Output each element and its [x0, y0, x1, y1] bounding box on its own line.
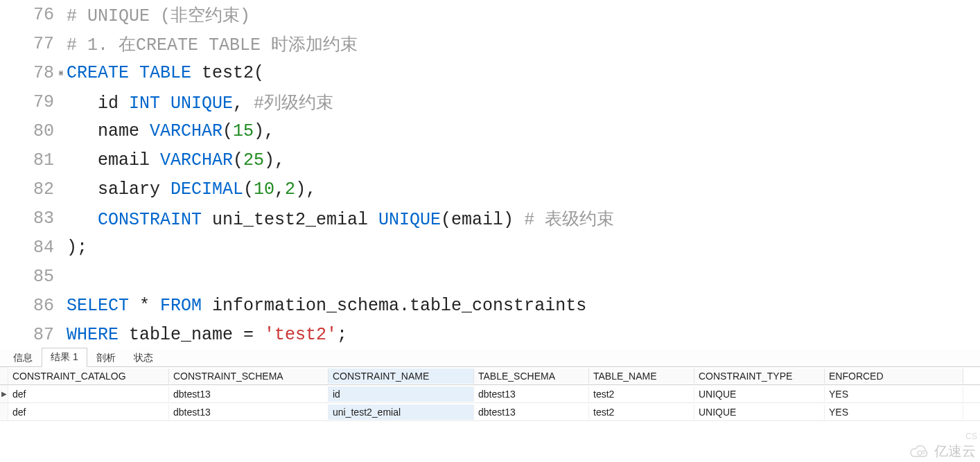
svg-point-0	[918, 451, 922, 455]
cell[interactable]: UNIQUE	[694, 405, 825, 420]
column-header[interactable]: CONSTRAINT_SCHEMA	[169, 368, 329, 384]
row-marker	[0, 403, 8, 420]
line-number: 78	[0, 63, 57, 83]
column-header[interactable]: TABLE_NAME	[589, 368, 694, 384]
table-row[interactable]: ▶defdbtest13iddbtest13test2UNIQUEYES	[0, 385, 980, 403]
cell[interactable]: test2	[589, 387, 694, 402]
code-line[interactable]: 80 name VARCHAR(15),	[0, 116, 980, 145]
cell[interactable]: YES	[825, 387, 963, 402]
code-content[interactable]: CREATE TABLE test2(	[65, 63, 264, 83]
cell[interactable]: uni_test2_emial	[329, 405, 474, 420]
line-number: 83	[0, 208, 57, 229]
cell[interactable]: def	[8, 405, 169, 420]
line-number: 76	[0, 5, 57, 25]
code-line[interactable]: 85	[0, 262, 980, 291]
sql-editor[interactable]: 76# UNIQUE (非空约束)77# 1. 在CREATE TABLE 时添…	[0, 0, 980, 349]
row-marker-header	[0, 367, 8, 384]
code-line[interactable]: 83 CONSTRAINT uni_test2_emial UNIQUE(ema…	[0, 204, 980, 233]
svg-point-1	[922, 451, 925, 454]
code-content[interactable]: SELECT * FROM information_schema.table_c…	[65, 296, 586, 316]
result-grid[interactable]: CONSTRAINT_CATALOGCONSTRAINT_SCHEMACONST…	[0, 367, 980, 421]
code-content[interactable]: # 1. 在CREATE TABLE 时添加约束	[65, 33, 358, 55]
column-header[interactable]: CONSTRAINT_NAME	[329, 368, 474, 384]
cell[interactable]: UNIQUE	[694, 387, 825, 402]
code-line[interactable]: 76# UNIQUE (非空约束)	[0, 0, 980, 29]
cloud-icon	[909, 444, 930, 459]
result-tabs: 信息结果 1剖析状态	[0, 349, 980, 367]
code-content[interactable]: salary DECIMAL(10,2),	[65, 179, 316, 199]
corner-mark: CS	[965, 432, 977, 441]
cell[interactable]: dbtest13	[474, 387, 589, 402]
code-content[interactable]: id INT UNIQUE, #列级约束	[65, 91, 333, 114]
line-number: 86	[0, 296, 57, 316]
code-content[interactable]: CONSTRAINT uni_test2_emial UNIQUE(email)…	[65, 207, 614, 230]
tab-3[interactable]: 状态	[125, 348, 162, 367]
row-marker: ▶	[0, 385, 8, 402]
fold-marker[interactable]: ▣	[57, 69, 65, 77]
line-number: 87	[0, 325, 57, 345]
code-line[interactable]: 77# 1. 在CREATE TABLE 时添加约束	[0, 29, 980, 58]
column-header[interactable]: CONSTRAINT_CATALOG	[8, 368, 169, 384]
code-line[interactable]: 82 salary DECIMAL(10,2),	[0, 175, 980, 204]
line-number: 82	[0, 179, 57, 199]
line-number: 81	[0, 150, 57, 170]
line-number: 85	[0, 267, 57, 287]
code-content[interactable]: # UNIQUE (非空约束)	[65, 3, 250, 26]
column-header[interactable]: TABLE_SCHEMA	[474, 368, 589, 384]
code-line[interactable]: 81 email VARCHAR(25),	[0, 145, 980, 175]
cell[interactable]: YES	[825, 405, 963, 420]
code-line[interactable]: 84);	[0, 233, 980, 262]
code-line[interactable]: 87WHERE table_name = 'test2';	[0, 320, 980, 349]
code-content[interactable]: email VARCHAR(25),	[65, 150, 285, 170]
code-line[interactable]: 78▣CREATE TABLE test2(	[0, 58, 980, 87]
table-row[interactable]: defdbtest13uni_test2_emialdbtest13test2U…	[0, 403, 980, 421]
tab-1[interactable]: 结果 1	[42, 348, 87, 367]
watermark-text: 亿速云	[934, 442, 976, 461]
tab-0[interactable]: 信息	[4, 348, 42, 367]
cell[interactable]: id	[329, 387, 474, 402]
line-number: 80	[0, 121, 57, 141]
code-content[interactable]: WHERE table_name = 'test2';	[65, 325, 347, 345]
code-line[interactable]: 79 id INT UNIQUE, #列级约束	[0, 87, 980, 116]
line-number: 77	[0, 34, 57, 54]
code-content[interactable]: );	[65, 238, 87, 258]
cell[interactable]: dbtest13	[474, 405, 589, 420]
cell[interactable]: dbtest13	[169, 405, 329, 420]
cell[interactable]: test2	[589, 405, 694, 420]
column-header[interactable]: ENFORCED	[825, 368, 963, 384]
tab-2[interactable]: 剖析	[87, 348, 125, 367]
cell[interactable]: dbtest13	[169, 387, 329, 402]
watermark: 亿速云	[909, 442, 976, 461]
line-number: 79	[0, 92, 57, 112]
line-number: 84	[0, 238, 57, 258]
grid-header-row: CONSTRAINT_CATALOGCONSTRAINT_SCHEMACONST…	[0, 367, 980, 385]
column-header[interactable]: CONSTRAINT_TYPE	[694, 368, 825, 384]
code-content[interactable]: name VARCHAR(15),	[65, 121, 274, 141]
code-line[interactable]: 86SELECT * FROM information_schema.table…	[0, 291, 980, 320]
cell[interactable]: def	[8, 387, 169, 402]
